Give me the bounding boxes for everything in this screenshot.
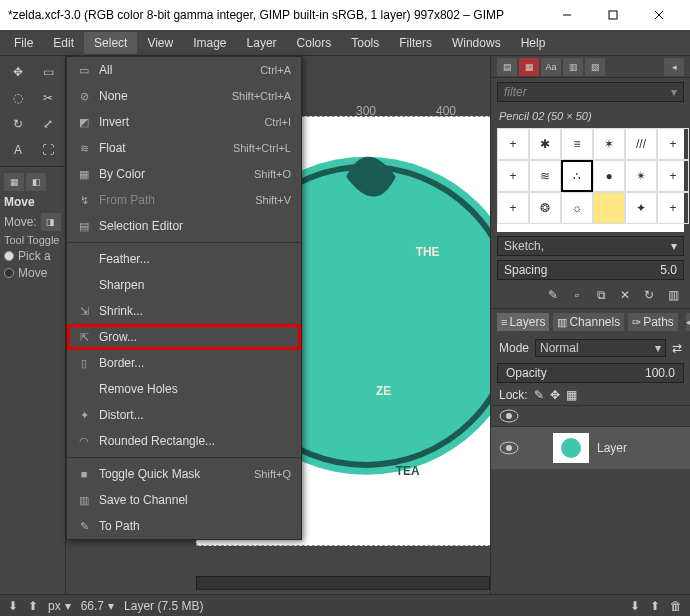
close-button[interactable] — [636, 0, 682, 30]
menu-item-invert[interactable]: ◩InvertCtrl+I — [67, 109, 301, 135]
menu-item-sharpen[interactable]: Sharpen — [67, 272, 301, 298]
menu-layer[interactable]: Layer — [237, 32, 287, 54]
menu-colors[interactable]: Colors — [287, 32, 342, 54]
mode-select[interactable]: Normal▾ — [535, 339, 666, 357]
brush-thumb[interactable]: ✴ — [625, 160, 657, 192]
menu-windows[interactable]: Windows — [442, 32, 511, 54]
menu-help[interactable]: Help — [511, 32, 556, 54]
tab-channels[interactable]: ▥Channels — [553, 313, 624, 331]
layer-name[interactable]: Layer — [597, 441, 627, 455]
menu-tools[interactable]: Tools — [341, 32, 389, 54]
mode-switch-icon[interactable]: ⇄ — [672, 341, 682, 355]
doc-tab-icon[interactable]: ▧ — [585, 58, 605, 76]
menu-item-all[interactable]: ▭AllCtrl+A — [67, 57, 301, 83]
delete-brush-icon[interactable]: ✕ — [616, 286, 634, 304]
brush-thumb[interactable]: + — [497, 192, 529, 224]
brush-thumb[interactable]: + — [657, 160, 689, 192]
status-upload-icon[interactable]: ⬆ — [650, 599, 660, 613]
brush-thumb[interactable]: + — [657, 128, 689, 160]
lock-alpha-icon[interactable]: ▦ — [566, 388, 577, 402]
brush-thumb[interactable]: ☼ — [561, 192, 593, 224]
menu-item-save-to-channel[interactable]: ▥Save to Channel — [67, 487, 301, 513]
status-download-icon[interactable]: ⬇ — [630, 599, 640, 613]
menu-item-to-path[interactable]: ✎To Path — [67, 513, 301, 539]
brush-thumb[interactable]: ≡ — [561, 128, 593, 160]
menu-item-distort[interactable]: ✦Distort... — [67, 402, 301, 428]
visibility-icon[interactable] — [499, 441, 519, 455]
menu-item-remove-holes[interactable]: Remove Holes — [67, 376, 301, 402]
upload-icon[interactable]: ⬆ — [28, 599, 38, 613]
lock-pixels-icon[interactable]: ✎ — [534, 388, 544, 402]
status-delete-icon[interactable]: 🗑 — [670, 599, 682, 613]
menu-item-rounded-rectangle[interactable]: ◠Rounded Rectangle... — [67, 428, 301, 454]
menu-item-selection-editor[interactable]: ▤Selection Editor — [67, 213, 301, 239]
brush-thumb[interactable] — [593, 192, 625, 224]
new-brush-icon[interactable]: ▫ — [568, 286, 586, 304]
brush-thumb[interactable]: ✱ — [529, 128, 561, 160]
zoom-select[interactable]: 66.7 ▾ — [81, 599, 114, 613]
brush-thumb[interactable]: + — [657, 192, 689, 224]
open-as-image-icon[interactable]: ▥ — [664, 286, 682, 304]
configure-tab-icon[interactable]: ◂ — [686, 313, 690, 331]
transform-tool-icon[interactable]: ⤢ — [34, 112, 62, 136]
maximize-button[interactable] — [590, 0, 636, 30]
edit-brush-icon[interactable]: ✎ — [544, 286, 562, 304]
move-layer-icon[interactable]: ◨ — [41, 213, 61, 231]
brush-thumb[interactable]: + — [497, 160, 529, 192]
menu-item-feather[interactable]: Feather... — [67, 246, 301, 272]
option-move[interactable]: Move — [4, 266, 61, 280]
crop-tool-icon[interactable]: ✂ — [34, 86, 62, 110]
brush-grid[interactable]: + ✱ ≡ ✶ /// + + ≋ ∴ ● ✴ + + ❂ ☼ ✦ + — [497, 128, 684, 232]
menu-item-border[interactable]: ▯Border... — [67, 350, 301, 376]
brush-thumb[interactable]: /// — [625, 128, 657, 160]
duplicate-brush-icon[interactable]: ⧉ — [592, 286, 610, 304]
configure-tab-icon[interactable]: ◂ — [664, 58, 684, 76]
tool-options-tab-icon[interactable]: ▦ — [4, 173, 24, 191]
menu-item-none[interactable]: ⊘NoneShift+Ctrl+A — [67, 83, 301, 109]
bucket-tool-icon[interactable]: ⛶ — [34, 138, 62, 162]
refresh-brush-icon[interactable]: ↻ — [640, 286, 658, 304]
brush-thumb[interactable]: ✶ — [593, 128, 625, 160]
patterns-tab-icon[interactable]: ▦ — [519, 58, 539, 76]
free-select-tool-icon[interactable]: ◌ — [4, 86, 32, 110]
menu-file[interactable]: File — [4, 32, 43, 54]
fonts-tab-icon[interactable]: Aa — [541, 58, 561, 76]
menu-edit[interactable]: Edit — [43, 32, 84, 54]
menu-item-shrink[interactable]: ⇲Shrink... — [67, 298, 301, 324]
device-tab-icon[interactable]: ◧ — [26, 173, 46, 191]
tab-paths[interactable]: ✑Paths — [628, 313, 678, 331]
brush-thumb[interactable]: + — [497, 128, 529, 160]
menu-item-toggle-quick-mask[interactable]: ■Toggle Quick MaskShift+Q — [67, 461, 301, 487]
brush-filter-input[interactable]: filter ▾ — [497, 82, 684, 102]
horizontal-scrollbar[interactable] — [196, 576, 490, 590]
menu-item-grow[interactable]: ⇱Grow... — [67, 324, 301, 350]
brush-thumb[interactable]: ✦ — [625, 192, 657, 224]
visibility-icon[interactable] — [499, 409, 519, 423]
menu-select[interactable]: Select — [84, 32, 137, 54]
menu-image[interactable]: Image — [183, 32, 236, 54]
brush-thumb[interactable]: ● — [593, 160, 625, 192]
menu-item-by-color[interactable]: ▦By ColorShift+O — [67, 161, 301, 187]
option-pick[interactable]: Pick a — [4, 249, 61, 263]
menu-view[interactable]: View — [137, 32, 183, 54]
history-tab-icon[interactable]: ▥ — [563, 58, 583, 76]
layer-row[interactable]: Layer — [491, 427, 690, 469]
brush-thumb[interactable]: ≋ — [529, 160, 561, 192]
move-tool-icon[interactable]: ✥ — [4, 60, 32, 84]
minimize-button[interactable] — [544, 0, 590, 30]
download-icon[interactable]: ⬇ — [8, 599, 18, 613]
lock-position-icon[interactable]: ✥ — [550, 388, 560, 402]
rect-select-tool-icon[interactable]: ▭ — [34, 60, 62, 84]
opacity-slider[interactable]: Opacity 100.0 — [497, 363, 684, 383]
brushes-tab-icon[interactable]: ▤ — [497, 58, 517, 76]
spacing-input[interactable]: Spacing 5.0 — [497, 260, 684, 280]
brush-tag-select[interactable]: Sketch, ▾ — [497, 236, 684, 256]
text-tool-icon[interactable]: A — [4, 138, 32, 162]
unit-select[interactable]: px ▾ — [48, 599, 71, 613]
tab-layers[interactable]: ≡Layers — [497, 313, 549, 331]
menu-filters[interactable]: Filters — [389, 32, 442, 54]
brush-thumb[interactable]: ❂ — [529, 192, 561, 224]
brush-thumb-selected[interactable]: ∴ — [561, 160, 593, 192]
rotate-tool-icon[interactable]: ↻ — [4, 112, 32, 136]
menu-item-float[interactable]: ≋FloatShift+Ctrl+L — [67, 135, 301, 161]
